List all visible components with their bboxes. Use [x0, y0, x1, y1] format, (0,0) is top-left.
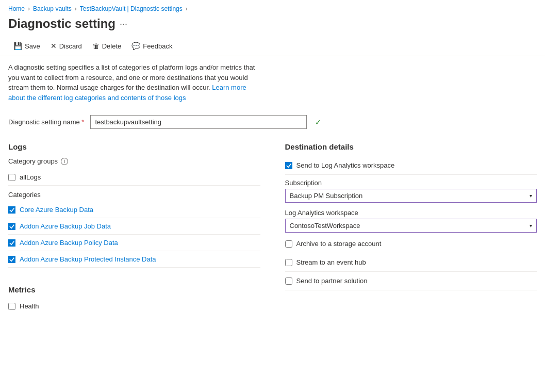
addon-policy-checkbox[interactable]: [8, 239, 15, 247]
main-content: Logs Category groups i allLogs Categorie…: [0, 135, 545, 314]
metrics-section: Metrics Health: [8, 268, 260, 314]
workspace-label: Log Analytics workspace: [285, 209, 537, 219]
right-panel: Destination details Send to Log Analytic…: [277, 135, 537, 314]
save-button[interactable]: 💾 Save: [8, 39, 45, 53]
setting-name-label: Diagnostic setting name *: [8, 118, 84, 126]
all-logs-row: allLogs: [8, 169, 260, 186]
addon-protected-label[interactable]: Addon Azure Backup Protected Instance Da…: [20, 255, 156, 263]
category-row-1: Addon Azure Backup Job Data: [8, 218, 260, 235]
setting-name-input[interactable]: [90, 115, 307, 129]
delete-icon: 🗑: [92, 42, 100, 50]
destination-title: Destination details: [285, 142, 537, 156]
core-backup-checkbox[interactable]: [8, 206, 15, 214]
partner-row: Send to partner solution: [285, 272, 537, 290]
discard-button[interactable]: ✕ Discard: [45, 39, 87, 53]
health-row: Health: [8, 298, 260, 314]
workspace-value: ContosoTestWorkspace: [290, 222, 360, 230]
log-analytics-row: Send to Log Analytics workspace: [285, 156, 537, 175]
workspace-chevron-icon: ▾: [530, 223, 532, 228]
all-logs-label[interactable]: allLogs: [20, 173, 41, 181]
addon-job-checkbox[interactable]: [8, 223, 15, 230]
partner-checkbox[interactable]: [285, 277, 292, 285]
metrics-section-title: Metrics: [8, 278, 260, 298]
breadcrumb-vault-diagnostic[interactable]: TestBackupVault | Diagnostic settings: [80, 5, 183, 12]
core-backup-label[interactable]: Core Azure Backup Data: [20, 206, 93, 214]
toolbar: 💾 Save ✕ Discard 🗑 Delete 💬 Feedback: [0, 36, 545, 56]
subscription-dropdown[interactable]: Backup PM Subscription ▾: [285, 189, 537, 203]
subscription-chevron-icon: ▾: [530, 193, 532, 199]
delete-button[interactable]: 🗑 Delete: [87, 39, 127, 53]
feedback-icon: 💬: [131, 42, 140, 50]
left-panel: Logs Category groups i allLogs Categorie…: [8, 135, 277, 314]
save-icon: 💾: [13, 42, 22, 50]
page-title-area: Diagnostic setting ···: [0, 15, 545, 36]
category-row-2: Addon Azure Backup Policy Data: [8, 235, 260, 251]
storage-row: Archive to a storage account: [285, 235, 537, 253]
category-groups-label: Category groups i: [8, 155, 260, 169]
breadcrumb: Home › Backup vaults › TestBackupVault |…: [0, 0, 545, 15]
subscription-group: Subscription Backup PM Subscription ▾: [285, 175, 537, 205]
categories-label: Categories: [8, 186, 260, 202]
all-logs-checkbox[interactable]: [8, 174, 15, 181]
breadcrumb-home[interactable]: Home: [8, 5, 25, 12]
partner-label[interactable]: Send to partner solution: [296, 277, 368, 285]
storage-checkbox[interactable]: [285, 240, 292, 248]
workspace-group: Log Analytics workspace ContosoTestWorks…: [285, 205, 537, 235]
subscription-label: Subscription: [285, 179, 537, 189]
log-analytics-checkbox[interactable]: [285, 162, 292, 169]
category-groups-info-icon[interactable]: i: [61, 158, 68, 165]
category-row-0: Core Azure Backup Data: [8, 202, 260, 218]
ellipsis-button[interactable]: ···: [120, 19, 127, 29]
health-checkbox[interactable]: [8, 303, 15, 310]
description-area: A diagnostic setting specifies a list of…: [0, 56, 268, 109]
addon-job-label[interactable]: Addon Azure Backup Job Data: [20, 222, 111, 230]
discard-icon: ✕: [51, 42, 57, 50]
event-hub-row: Stream to an event hub: [285, 253, 537, 272]
feedback-button[interactable]: 💬 Feedback: [126, 39, 177, 53]
validation-check-icon: ✓: [315, 118, 321, 126]
log-analytics-label[interactable]: Send to Log Analytics workspace: [296, 161, 395, 169]
addon-protected-checkbox[interactable]: [8, 256, 15, 263]
category-row-3: Addon Azure Backup Protected Instance Da…: [8, 251, 260, 268]
logs-section-title: Logs: [8, 135, 260, 155]
subscription-value: Backup PM Subscription: [290, 192, 363, 200]
storage-label[interactable]: Archive to a storage account: [296, 240, 382, 248]
page-title: Diagnostic setting: [8, 17, 115, 31]
event-hub-checkbox[interactable]: [285, 259, 292, 266]
setting-name-row: Diagnostic setting name * ✓: [0, 109, 545, 135]
event-hub-label[interactable]: Stream to an event hub: [296, 258, 366, 266]
breadcrumb-backup-vaults[interactable]: Backup vaults: [33, 5, 72, 12]
workspace-dropdown[interactable]: ContosoTestWorkspace ▾: [285, 219, 537, 233]
addon-policy-label[interactable]: Addon Azure Backup Policy Data: [20, 239, 118, 247]
health-label[interactable]: Health: [20, 302, 39, 310]
